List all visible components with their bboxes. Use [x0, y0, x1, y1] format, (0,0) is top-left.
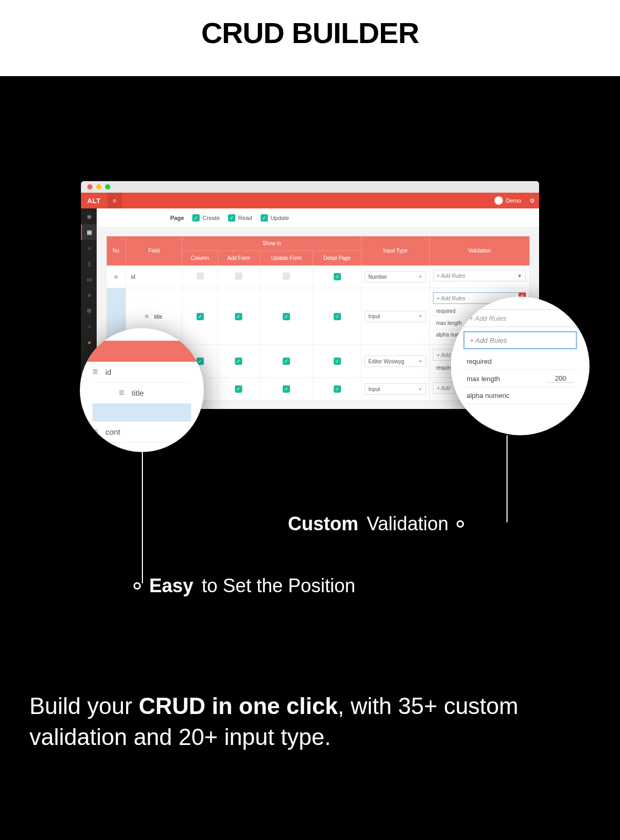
sidebar-code[interactable]: ‹›: [81, 240, 97, 256]
opt-update[interactable]: ✓Update: [261, 214, 289, 222]
opt-read[interactable]: ✓Read: [228, 214, 252, 222]
chk-updateform[interactable]: [283, 272, 290, 280]
settings-icon[interactable]: ⚙: [525, 197, 539, 204]
hero-banner: CRUD BUILDER: [0, 0, 620, 76]
chk-addform[interactable]: ✓: [235, 358, 242, 365]
maximize-icon[interactable]: [105, 184, 110, 190]
chk-detail[interactable]: ✓: [334, 273, 341, 280]
rule-alphanum: alpha numeric: [463, 387, 577, 404]
chk-addform[interactable]: ✓: [235, 385, 242, 393]
th-addform: Add Form: [218, 251, 260, 266]
th-no: No: [107, 236, 126, 266]
add-rules-select[interactable]: + Add Rules▼: [433, 270, 526, 281]
input-type-select[interactable]: Editor Wysiwyg▼: [365, 355, 426, 367]
logo: ALT: [81, 197, 107, 205]
th-column: Column: [182, 251, 218, 266]
sidebar-circle[interactable]: ○: [81, 319, 97, 334]
bottom-copy: Build your CRUD in one click, with 35+ c…: [29, 690, 591, 753]
hero-title: CRUD BUILDER: [0, 16, 620, 50]
page-label: Page: [170, 215, 184, 221]
sidebar-forms[interactable]: ▭: [81, 271, 97, 287]
drag-icon[interactable]: ≡: [119, 387, 125, 398]
page-options: Page ✓Create ✓Read ✓Update: [97, 208, 539, 227]
sidebar-shield[interactable]: ⛨: [81, 303, 97, 319]
th-field: Field: [126, 236, 182, 266]
input-type-select[interactable]: Input▼: [365, 311, 426, 322]
th-detail: Detail Page: [313, 251, 361, 266]
maxlength-input[interactable]: [547, 374, 574, 383]
th-updateform: Update Form: [260, 251, 313, 266]
chk-column[interactable]: [197, 272, 204, 280]
chk-detail[interactable]: ✓: [334, 358, 341, 365]
chk-updateform[interactable]: ✓: [283, 313, 290, 320]
drag-icon[interactable]: ≡: [92, 426, 98, 437]
input-type-select[interactable]: Input▼: [365, 383, 426, 395]
chk-addform[interactable]: [235, 272, 242, 280]
pin-dot-icon: [133, 582, 141, 590]
zoom-validation: + Add Rules + Add Rules required max len…: [451, 297, 590, 435]
rule-required: required: [463, 353, 577, 370]
zoom-drag-position: ≡id ≡title ≡cont: [80, 328, 204, 452]
chk-updateform[interactable]: ✓: [283, 358, 290, 365]
drag-icon[interactable]: ≡: [92, 366, 98, 377]
menu-toggle-icon[interactable]: ≡: [107, 193, 122, 208]
chk-updateform[interactable]: ✓: [283, 385, 290, 393]
user-name: Demo: [506, 197, 521, 204]
drag-icon[interactable]: ≡: [114, 273, 118, 281]
chk-detail[interactable]: ✓: [334, 313, 341, 320]
close-icon[interactable]: [87, 184, 92, 190]
pin-dot-icon: [457, 520, 464, 528]
rule-maxlength: max length: [463, 370, 577, 387]
field-name: id: [126, 266, 182, 288]
feature-section: ALT ≡ Demo ⚙ ◉ ▦ ‹› ▯ ▭ ≡ ⛨ ○ ● Pag: [0, 76, 620, 840]
sidebar-dot[interactable]: ●: [81, 334, 97, 350]
sidebar-pages[interactable]: ▯: [81, 256, 97, 271]
th-showin: Show in: [182, 236, 361, 251]
minimize-icon[interactable]: [96, 184, 101, 190]
chk-detail[interactable]: ✓: [334, 385, 341, 393]
connector-line: [142, 452, 143, 583]
sidebar-dashboard[interactable]: ◉: [81, 208, 97, 224]
th-validation: Validation: [430, 236, 530, 266]
chk-column[interactable]: ✓: [197, 313, 204, 320]
th-inputtype: Input Type: [361, 236, 430, 266]
topbar: ALT ≡ Demo ⚙: [81, 193, 539, 208]
sidebar-tables[interactable]: ▦: [81, 224, 97, 240]
sidebar-list[interactable]: ≡: [81, 287, 97, 303]
input-type-select[interactable]: Number▼: [365, 271, 426, 282]
mac-titlebar: [81, 181, 539, 193]
connector-line: [507, 435, 508, 522]
opt-create[interactable]: ✓Create: [192, 214, 220, 222]
caption-validation: CustomValidation: [288, 513, 464, 535]
add-rules-select[interactable]: + Add Rules: [463, 309, 577, 327]
caption-position: Easyto Set the Position: [133, 575, 355, 597]
table-row: ≡ id ✓ Number▼ + Add Rules▼: [107, 266, 530, 288]
chk-addform[interactable]: ✓: [235, 313, 242, 320]
drag-icon[interactable]: ≡: [145, 312, 149, 320]
user-menu[interactable]: Demo: [494, 196, 525, 205]
add-rules-select[interactable]: + Add Rules: [463, 331, 577, 349]
avatar-icon: [494, 196, 503, 205]
